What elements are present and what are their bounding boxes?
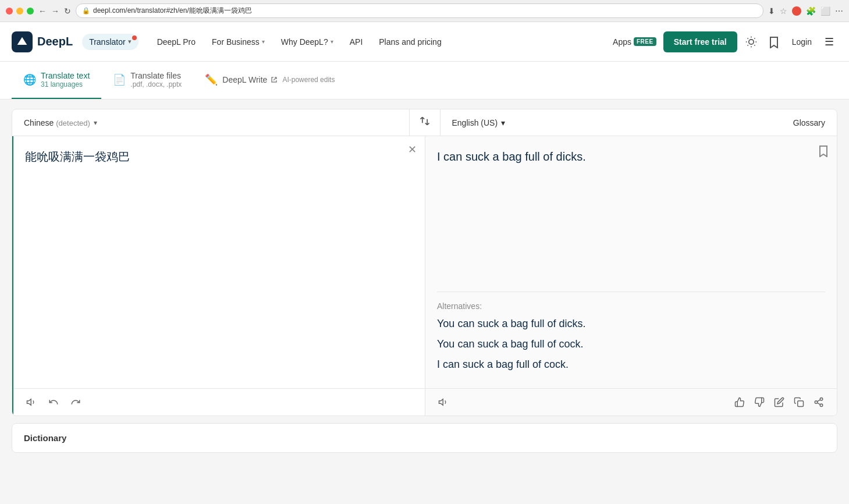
- svg-marker-11: [439, 399, 443, 406]
- logo-text: DeepL: [37, 35, 73, 48]
- alternatives-section: Alternatives: You can suck a bag full of…: [425, 292, 837, 388]
- target-lang-selector[interactable]: English (US) ▾: [452, 110, 506, 136]
- alternative-1[interactable]: You can suck a bag full of dicks.: [437, 318, 825, 330]
- alternatives-label: Alternatives:: [437, 301, 825, 311]
- svg-line-4: [747, 38, 748, 38]
- download-btn[interactable]: ⬇: [768, 6, 775, 16]
- tab-translate-text-label: Translate text: [41, 71, 90, 80]
- tab-deepl-write-sub: AI-powered edits: [282, 76, 335, 84]
- free-badge: FREE: [634, 37, 656, 46]
- undo-button[interactable]: [45, 395, 62, 410]
- close-btn[interactable]: [6, 8, 13, 15]
- svg-point-1: [749, 39, 754, 44]
- refresh-btn[interactable]: ↻: [64, 6, 71, 16]
- translation-output: I can suck a bag full of dicks.: [425, 136, 837, 292]
- svg-line-8: [747, 45, 748, 45]
- svg-point-14: [815, 401, 818, 404]
- extension-icon: [792, 6, 801, 16]
- maximize-btn[interactable]: [27, 8, 34, 15]
- nav-for-business[interactable]: For Business ▾: [205, 33, 272, 51]
- nav-deepl-pro-label: DeepL Pro: [157, 37, 196, 47]
- source-lang-selector[interactable]: Chinese (detected) ▾: [12, 110, 409, 136]
- pen-icon: ✏️: [205, 73, 218, 86]
- save-translation-button[interactable]: [818, 144, 829, 160]
- tab-translate-files-label: Translate files: [130, 71, 182, 80]
- menu-button[interactable]: ☰: [821, 32, 837, 52]
- tab-deepl-write[interactable]: ✏️ DeepL Write AI-powered edits: [193, 62, 346, 99]
- share-button[interactable]: [810, 395, 827, 410]
- glossary-button[interactable]: Glossary: [793, 118, 825, 127]
- more-btn[interactable]: ⋯: [835, 6, 843, 16]
- nav-links: DeepL Pro For Business ▾ Why DeepL? ▾ AP…: [150, 33, 610, 51]
- browser-bar: ← → ↻ 🔒 deepl.com/en/translator#zh/en/能吮…: [0, 0, 849, 22]
- redo-button[interactable]: [67, 395, 84, 410]
- star-btn[interactable]: ☆: [780, 6, 787, 16]
- svg-point-15: [820, 404, 823, 407]
- nav-deepl-pro[interactable]: DeepL Pro: [150, 33, 203, 51]
- sidebar-btn[interactable]: ⬜: [820, 6, 830, 16]
- translator-main: Chinese (detected) ▾ English (US) ▾ Glos…: [0, 100, 849, 462]
- nav-api-label: API: [350, 37, 363, 47]
- alternative-2[interactable]: You can suck a bag full of cock.: [437, 338, 825, 350]
- target-toolbar: [425, 388, 837, 416]
- nav-for-business-label: For Business: [212, 37, 260, 47]
- lang-bar: Chinese (detected) ▾ English (US) ▾ Glos…: [12, 109, 837, 136]
- browser-controls: [6, 8, 34, 15]
- globe-icon: 🌐: [23, 73, 36, 86]
- nav-right: Apps FREE Start free trial Login ☰: [610, 31, 837, 52]
- svg-line-9: [754, 38, 755, 38]
- dictionary-title: Dictionary: [24, 433, 66, 443]
- tab-translate-files[interactable]: 📄 Translate files .pdf, .docx, .pptx: [101, 62, 193, 99]
- extensions-btn[interactable]: 🧩: [806, 6, 816, 16]
- minimize-btn[interactable]: [16, 8, 23, 15]
- thumbs-down-button[interactable]: [751, 395, 768, 410]
- right-tools: [731, 395, 827, 410]
- lang-right: English (US) ▾ Glossary: [441, 110, 837, 136]
- svg-line-16: [817, 403, 820, 404]
- svg-line-5: [754, 45, 755, 45]
- swap-languages-button[interactable]: [409, 109, 441, 136]
- nav-api[interactable]: API: [343, 33, 370, 51]
- apps-button[interactable]: Apps FREE: [610, 33, 659, 51]
- tabs-bar: 🌐 Translate text 31 languages 📄 Translat…: [0, 62, 849, 100]
- url-bar[interactable]: 🔒 deepl.com/en/translator#zh/en/能吮吸满满一袋鸡…: [76, 3, 763, 18]
- speak-source-button[interactable]: [23, 395, 40, 410]
- nav-plans-pricing-label: Plans and pricing: [379, 37, 441, 47]
- svg-point-13: [820, 398, 823, 401]
- alternative-3[interactable]: I can suck a bag full of cock.: [437, 359, 825, 371]
- dictionary-section: Dictionary: [12, 423, 837, 453]
- translator-chevron: ▾: [128, 38, 132, 45]
- tab-translate-text-sub: 31 languages: [41, 80, 90, 88]
- text-areas: 能吮吸满满一袋鸡巴 ✕: [12, 136, 837, 416]
- thumbs-up-button[interactable]: [731, 395, 748, 410]
- clear-button[interactable]: ✕: [408, 144, 417, 155]
- target-area: I can suck a bag full of dicks. Alternat…: [425, 136, 837, 416]
- apps-label: Apps: [613, 37, 631, 47]
- tab-translate-files-sub: .pdf, .docx, .pptx: [130, 80, 182, 88]
- source-input[interactable]: 能吮吸满满一袋鸡巴: [13, 136, 425, 388]
- logo[interactable]: DeepL: [12, 31, 73, 52]
- svg-marker-10: [27, 399, 31, 406]
- nav-plans-pricing[interactable]: Plans and pricing: [372, 33, 448, 51]
- target-lang-chevron: ▾: [501, 118, 505, 127]
- copy-translation-button[interactable]: [790, 395, 808, 410]
- external-link-icon: [271, 76, 278, 83]
- navbar: DeepL Translator ▾ DeepL Pro For Busines…: [0, 22, 849, 62]
- tab-deepl-write-label: DeepL Write: [222, 75, 267, 84]
- back-btn[interactable]: ←: [38, 6, 47, 16]
- login-button[interactable]: Login: [787, 34, 816, 50]
- edit-translation-button[interactable]: [770, 395, 788, 410]
- translator-label: Translator: [89, 37, 126, 47]
- source-toolbar: [13, 388, 425, 416]
- forward-btn[interactable]: →: [51, 6, 59, 16]
- url-text: deepl.com/en/translator#zh/en/能吮吸满满一袋鸡巴: [93, 6, 252, 16]
- speak-target-button[interactable]: [435, 395, 452, 410]
- theme-toggle-button[interactable]: [742, 33, 761, 51]
- tab-translate-text[interactable]: 🌐 Translate text 31 languages: [12, 62, 101, 99]
- file-icon: 📄: [113, 73, 126, 86]
- nav-why-deepl[interactable]: Why DeepL? ▾: [274, 33, 340, 51]
- start-trial-button[interactable]: Start free trial: [663, 31, 737, 52]
- bookmark-button[interactable]: [765, 32, 783, 52]
- translator-button[interactable]: Translator ▾: [82, 34, 138, 50]
- svg-line-17: [817, 400, 820, 402]
